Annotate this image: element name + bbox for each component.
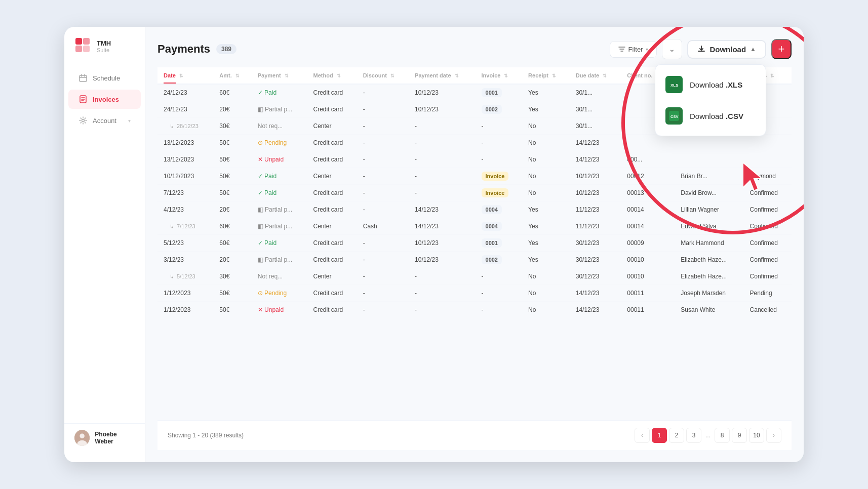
sidebar-item-schedule-label: Schedule <box>93 74 120 82</box>
table-row[interactable]: 5/12/23 60€ ✓ Paid Credit card - 10/12/2… <box>157 235 792 252</box>
next-page-button[interactable]: › <box>766 428 781 443</box>
cell-payment-date: - <box>409 285 475 302</box>
payment-status: ✓ Paid <box>258 189 301 196</box>
cell-receipt: No <box>522 135 570 151</box>
cell-invoice: - <box>476 135 523 151</box>
page-9-button[interactable]: 9 <box>732 428 747 443</box>
cell-method: Credit card <box>307 151 357 168</box>
col-invoice[interactable]: Invoice ⇅ <box>476 67 523 84</box>
col-payment-date[interactable]: Payment date ⇅ <box>409 67 475 84</box>
table-row[interactable]: 1/12/2023 50€ ⊙ Pending Credit card - - … <box>157 285 792 302</box>
invoice-badge: 0004 <box>482 222 502 231</box>
payment-status: ◧ Partial p... <box>258 206 301 213</box>
invoice-badge: 0001 <box>482 88 502 97</box>
cell-date: ↳28/12/23 <box>157 118 213 135</box>
sidebar-item-account[interactable]: Account ▾ <box>68 111 141 130</box>
cell-payment-date: - <box>409 151 475 168</box>
cell-discount: - <box>357 118 409 135</box>
cell-payment: ⊙ Pending <box>252 135 307 151</box>
cell-amt: 60€ <box>213 218 251 235</box>
payment-status: Not req... <box>258 273 283 280</box>
page-3-button[interactable]: 3 <box>686 428 701 443</box>
cell-date: 7/12/23 <box>157 185 213 201</box>
cell-invoice: 0004 <box>476 218 523 235</box>
page-1-button[interactable]: 1 <box>652 428 667 443</box>
payment-status: ◧ Partial p... <box>258 223 301 230</box>
cell-due-date: 14/12/23 <box>570 151 621 168</box>
cell-payment-date: - <box>409 168 475 185</box>
cell-payment: ✕ Unpaid <box>252 302 307 318</box>
table-row[interactable]: 10/12/2023 50€ ✓ Paid Center - - Invoice… <box>157 168 792 185</box>
table-row[interactable]: 13/12/2023 50€ ⊙ Pending Credit card - -… <box>157 135 792 151</box>
cell-discount: - <box>357 285 409 302</box>
download-xls-option[interactable]: XLS Download .XLS <box>655 69 766 100</box>
cell-status: Cancelled <box>744 302 792 318</box>
col-discount[interactable]: Discount ⇅ <box>357 67 409 84</box>
table-row[interactable]: 4/12/23 20€ ◧ Partial p... Credit card -… <box>157 201 792 218</box>
cell-client-name: Susan White <box>675 302 743 318</box>
filter-button[interactable]: Filter ▾ <box>610 41 657 58</box>
cell-method: Center <box>307 118 357 135</box>
cell-client-no: 00010 <box>621 268 675 285</box>
cell-client-no <box>621 135 675 151</box>
main-content: Payments 389 Filter ▾ ⌄ <box>145 27 804 462</box>
page-header: Payments 389 Filter ▾ ⌄ <box>157 39 792 59</box>
collapse-button[interactable]: ⌄ <box>662 39 682 59</box>
cell-client-name: Brian Br... <box>675 168 743 185</box>
add-button[interactable]: + <box>771 39 792 59</box>
cell-payment-date: 10/12/23 <box>409 84 475 101</box>
download-xls-label: Download .XLS <box>690 80 742 89</box>
cell-status <box>744 151 792 168</box>
cell-status: Pending <box>744 285 792 302</box>
col-payment[interactable]: Payment ⇅ <box>252 67 307 84</box>
col-method[interactable]: Method ⇅ <box>307 67 357 84</box>
download-csv-option[interactable]: CSV Download .CSV <box>655 100 766 132</box>
cell-due-date: 11/12/23 <box>570 201 621 218</box>
sidebar-item-invoices[interactable]: Invoices <box>68 90 141 109</box>
cell-payment: ◧ Partial p... <box>252 252 307 268</box>
sidebar-item-schedule[interactable]: Schedule <box>68 68 141 88</box>
cell-discount: - <box>357 84 409 101</box>
page-10-button[interactable]: 10 <box>749 428 764 443</box>
cell-discount: Cash <box>357 218 409 235</box>
cell-invoice: 0001 <box>476 235 523 252</box>
logo-icon <box>74 37 93 55</box>
cell-payment-date: 10/12/23 <box>409 101 475 118</box>
col-due-date[interactable]: Due date ⇅ <box>570 67 621 84</box>
invoice-badge: 0001 <box>482 238 502 248</box>
cell-payment: Not req... <box>252 268 307 285</box>
cell-status: Confirmed <box>744 185 792 201</box>
col-receipt[interactable]: Receipt ⇅ <box>522 67 570 84</box>
cell-method: Credit card <box>307 235 357 252</box>
cell-discount: - <box>357 302 409 318</box>
table-row[interactable]: 13/12/2023 50€ ✕ Unpaid Credit card - - … <box>157 151 792 168</box>
prev-page-button[interactable]: ‹ <box>635 428 650 443</box>
cell-payment: ✓ Paid <box>252 235 307 252</box>
svg-point-8 <box>80 433 84 438</box>
table-row[interactable]: ↳7/12/23 60€ ◧ Partial p... Center Cash … <box>157 218 792 235</box>
table-row[interactable]: ↳5/12/23 30€ Not req... Center - - - No … <box>157 268 792 285</box>
svg-point-6 <box>82 119 85 122</box>
col-date[interactable]: Date ⇅ <box>157 67 213 84</box>
table-row[interactable]: 7/12/23 50€ ✓ Paid Credit card - - Invoi… <box>157 185 792 201</box>
header-actions: Filter ▾ ⌄ Download ▲ + <box>610 39 792 59</box>
col-amt[interactable]: Amt. ⇅ <box>213 67 251 84</box>
page-dots: ... <box>703 432 713 439</box>
page-8-button[interactable]: 8 <box>715 428 730 443</box>
gear-icon <box>78 116 88 125</box>
cell-date: 10/12/2023 <box>157 168 213 185</box>
table-row[interactable]: 3/12/23 20€ ◧ Partial p... Credit card -… <box>157 252 792 268</box>
cell-payment-date: 10/12/23 <box>409 252 475 268</box>
table-row[interactable]: 1/12/2023 50€ ✕ Unpaid Credit card - - -… <box>157 302 792 318</box>
cell-status: Confirmed <box>744 235 792 252</box>
logo: TMH Suite <box>64 37 145 67</box>
download-button[interactable]: Download ▲ <box>687 40 766 59</box>
cell-payment-date: 14/12/23 <box>409 201 475 218</box>
cell-client-name: David Brow... <box>675 185 743 201</box>
user-name: Phoebe Weber <box>95 431 135 445</box>
payment-status: ⊙ Pending <box>258 139 301 146</box>
cell-invoice: - <box>476 151 523 168</box>
page-2-button[interactable]: 2 <box>669 428 684 443</box>
cell-invoice: Invoice <box>476 168 523 185</box>
cell-discount: - <box>357 135 409 151</box>
